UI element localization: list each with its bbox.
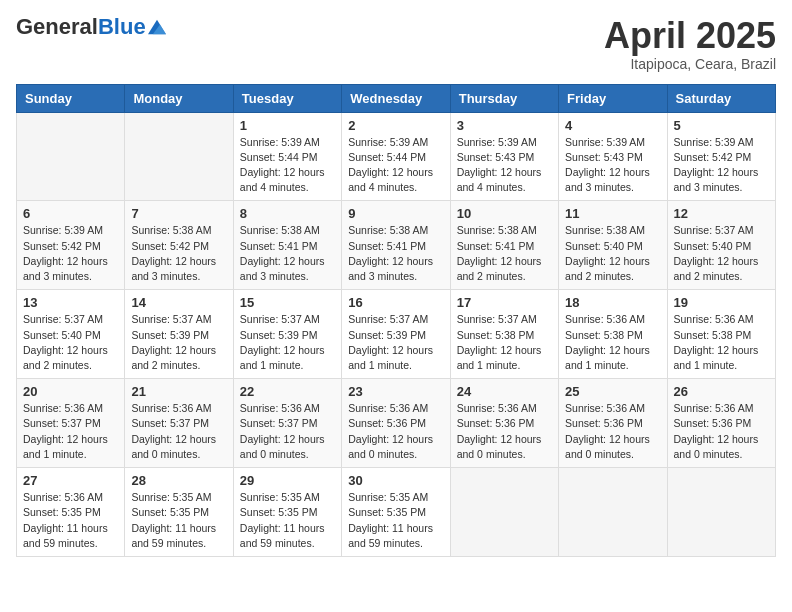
day-number: 9 [348,206,443,221]
calendar-cell: 4Sunrise: 5:39 AM Sunset: 5:43 PM Daylig… [559,112,667,201]
day-info: Sunrise: 5:39 AM Sunset: 5:43 PM Dayligh… [457,135,552,196]
day-info: Sunrise: 5:37 AM Sunset: 5:39 PM Dayligh… [348,312,443,373]
calendar-cell [667,468,775,557]
day-number: 29 [240,473,335,488]
logo-blue-text: Blue [98,14,146,39]
day-info: Sunrise: 5:37 AM Sunset: 5:38 PM Dayligh… [457,312,552,373]
day-number: 15 [240,295,335,310]
day-info: Sunrise: 5:38 AM Sunset: 5:41 PM Dayligh… [348,223,443,284]
calendar-cell: 21Sunrise: 5:36 AM Sunset: 5:37 PM Dayli… [125,379,233,468]
calendar-cell: 26Sunrise: 5:36 AM Sunset: 5:36 PM Dayli… [667,379,775,468]
day-info: Sunrise: 5:37 AM Sunset: 5:40 PM Dayligh… [674,223,769,284]
day-number: 4 [565,118,660,133]
calendar-cell: 30Sunrise: 5:35 AM Sunset: 5:35 PM Dayli… [342,468,450,557]
day-info: Sunrise: 5:37 AM Sunset: 5:39 PM Dayligh… [131,312,226,373]
calendar-cell: 28Sunrise: 5:35 AM Sunset: 5:35 PM Dayli… [125,468,233,557]
day-number: 21 [131,384,226,399]
logo: GeneralBlue [16,16,166,38]
day-info: Sunrise: 5:38 AM Sunset: 5:42 PM Dayligh… [131,223,226,284]
logo-general-text: General [16,14,98,39]
day-number: 30 [348,473,443,488]
day-number: 16 [348,295,443,310]
day-number: 13 [23,295,118,310]
month-title: April 2025 [604,16,776,56]
day-number: 10 [457,206,552,221]
day-info: Sunrise: 5:36 AM Sunset: 5:36 PM Dayligh… [674,401,769,462]
calendar-cell: 5Sunrise: 5:39 AM Sunset: 5:42 PM Daylig… [667,112,775,201]
day-number: 6 [23,206,118,221]
day-number: 5 [674,118,769,133]
day-number: 7 [131,206,226,221]
weekday-header-row: SundayMondayTuesdayWednesdayThursdayFrid… [17,84,776,112]
day-info: Sunrise: 5:39 AM Sunset: 5:42 PM Dayligh… [674,135,769,196]
calendar-cell: 18Sunrise: 5:36 AM Sunset: 5:38 PM Dayli… [559,290,667,379]
day-info: Sunrise: 5:39 AM Sunset: 5:43 PM Dayligh… [565,135,660,196]
day-info: Sunrise: 5:36 AM Sunset: 5:38 PM Dayligh… [565,312,660,373]
day-info: Sunrise: 5:38 AM Sunset: 5:41 PM Dayligh… [457,223,552,284]
day-info: Sunrise: 5:36 AM Sunset: 5:36 PM Dayligh… [565,401,660,462]
calendar-cell [17,112,125,201]
calendar-cell: 10Sunrise: 5:38 AM Sunset: 5:41 PM Dayli… [450,201,558,290]
calendar-cell: 20Sunrise: 5:36 AM Sunset: 5:37 PM Dayli… [17,379,125,468]
calendar-cell: 6Sunrise: 5:39 AM Sunset: 5:42 PM Daylig… [17,201,125,290]
day-info: Sunrise: 5:35 AM Sunset: 5:35 PM Dayligh… [348,490,443,551]
day-number: 14 [131,295,226,310]
day-info: Sunrise: 5:39 AM Sunset: 5:44 PM Dayligh… [348,135,443,196]
day-number: 20 [23,384,118,399]
weekday-header-monday: Monday [125,84,233,112]
calendar-cell: 13Sunrise: 5:37 AM Sunset: 5:40 PM Dayli… [17,290,125,379]
day-number: 1 [240,118,335,133]
day-info: Sunrise: 5:39 AM Sunset: 5:42 PM Dayligh… [23,223,118,284]
calendar-cell: 15Sunrise: 5:37 AM Sunset: 5:39 PM Dayli… [233,290,341,379]
day-info: Sunrise: 5:36 AM Sunset: 5:36 PM Dayligh… [348,401,443,462]
calendar-cell [559,468,667,557]
calendar-cell: 16Sunrise: 5:37 AM Sunset: 5:39 PM Dayli… [342,290,450,379]
calendar-cell: 25Sunrise: 5:36 AM Sunset: 5:36 PM Dayli… [559,379,667,468]
location-text: Itapipoca, Ceara, Brazil [604,56,776,72]
weekday-header-wednesday: Wednesday [342,84,450,112]
day-info: Sunrise: 5:35 AM Sunset: 5:35 PM Dayligh… [240,490,335,551]
day-number: 22 [240,384,335,399]
calendar-cell: 11Sunrise: 5:38 AM Sunset: 5:40 PM Dayli… [559,201,667,290]
weekday-header-friday: Friday [559,84,667,112]
day-info: Sunrise: 5:38 AM Sunset: 5:41 PM Dayligh… [240,223,335,284]
day-number: 2 [348,118,443,133]
calendar-cell: 29Sunrise: 5:35 AM Sunset: 5:35 PM Dayli… [233,468,341,557]
calendar-cell: 2Sunrise: 5:39 AM Sunset: 5:44 PM Daylig… [342,112,450,201]
calendar-cell: 17Sunrise: 5:37 AM Sunset: 5:38 PM Dayli… [450,290,558,379]
day-number: 12 [674,206,769,221]
calendar-cell: 23Sunrise: 5:36 AM Sunset: 5:36 PM Dayli… [342,379,450,468]
day-number: 27 [23,473,118,488]
calendar-week-2: 6Sunrise: 5:39 AM Sunset: 5:42 PM Daylig… [17,201,776,290]
calendar-cell [125,112,233,201]
calendar-cell: 22Sunrise: 5:36 AM Sunset: 5:37 PM Dayli… [233,379,341,468]
day-number: 23 [348,384,443,399]
weekday-header-tuesday: Tuesday [233,84,341,112]
logo-icon [148,18,166,36]
calendar-week-3: 13Sunrise: 5:37 AM Sunset: 5:40 PM Dayli… [17,290,776,379]
calendar-cell: 19Sunrise: 5:36 AM Sunset: 5:38 PM Dayli… [667,290,775,379]
page-header: GeneralBlue April 2025 Itapipoca, Ceara,… [16,16,776,72]
calendar-week-5: 27Sunrise: 5:36 AM Sunset: 5:35 PM Dayli… [17,468,776,557]
day-number: 26 [674,384,769,399]
title-block: April 2025 Itapipoca, Ceara, Brazil [604,16,776,72]
calendar-week-1: 1Sunrise: 5:39 AM Sunset: 5:44 PM Daylig… [17,112,776,201]
day-number: 8 [240,206,335,221]
calendar-cell: 9Sunrise: 5:38 AM Sunset: 5:41 PM Daylig… [342,201,450,290]
day-number: 18 [565,295,660,310]
day-number: 25 [565,384,660,399]
calendar-cell [450,468,558,557]
day-number: 19 [674,295,769,310]
day-number: 28 [131,473,226,488]
calendar-cell: 3Sunrise: 5:39 AM Sunset: 5:43 PM Daylig… [450,112,558,201]
calendar-cell: 14Sunrise: 5:37 AM Sunset: 5:39 PM Dayli… [125,290,233,379]
day-info: Sunrise: 5:36 AM Sunset: 5:36 PM Dayligh… [457,401,552,462]
calendar-week-4: 20Sunrise: 5:36 AM Sunset: 5:37 PM Dayli… [17,379,776,468]
day-info: Sunrise: 5:36 AM Sunset: 5:37 PM Dayligh… [240,401,335,462]
weekday-header-saturday: Saturday [667,84,775,112]
day-info: Sunrise: 5:38 AM Sunset: 5:40 PM Dayligh… [565,223,660,284]
day-info: Sunrise: 5:36 AM Sunset: 5:37 PM Dayligh… [23,401,118,462]
calendar-table: SundayMondayTuesdayWednesdayThursdayFrid… [16,84,776,557]
day-info: Sunrise: 5:37 AM Sunset: 5:40 PM Dayligh… [23,312,118,373]
day-info: Sunrise: 5:36 AM Sunset: 5:37 PM Dayligh… [131,401,226,462]
